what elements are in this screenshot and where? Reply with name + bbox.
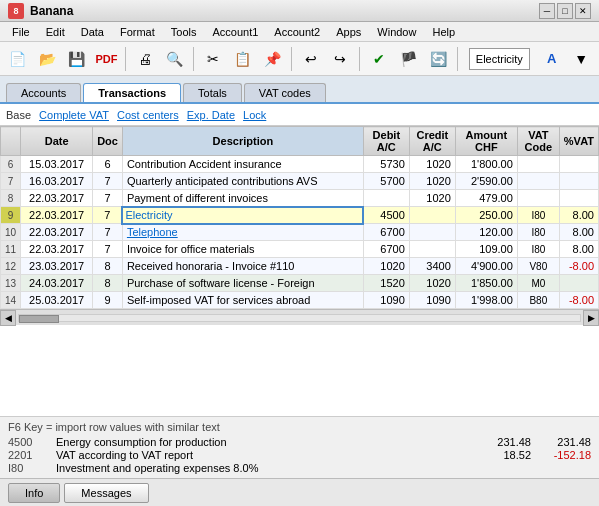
table-row[interactable]: 9 22.03.2017 7 Electricity 4500 250.00 I… bbox=[1, 207, 599, 224]
row-date[interactable]: 16.03.2017 bbox=[21, 173, 93, 190]
menu-format[interactable]: Format bbox=[112, 24, 163, 40]
row-credit[interactable]: 1020 bbox=[409, 275, 455, 292]
row-vat-code[interactable] bbox=[517, 173, 559, 190]
row-date[interactable]: 22.03.2017 bbox=[21, 224, 93, 241]
row-doc[interactable]: 7 bbox=[93, 190, 123, 207]
table-container[interactable]: Date Doc Description DebitA/C CreditA/C … bbox=[0, 126, 599, 416]
nav-exp-date[interactable]: Exp. Date bbox=[187, 109, 235, 121]
row-debit[interactable]: 1520 bbox=[363, 275, 409, 292]
row-doc[interactable]: 6 bbox=[93, 156, 123, 173]
row-amount[interactable]: 4'900.00 bbox=[455, 258, 517, 275]
menu-window[interactable]: Window bbox=[369, 24, 424, 40]
row-vat-code[interactable]: I80 bbox=[517, 241, 559, 258]
more-button[interactable]: ▼ bbox=[567, 45, 595, 73]
row-credit[interactable] bbox=[409, 241, 455, 258]
row-date[interactable]: 24.03.2017 bbox=[21, 275, 93, 292]
row-vat-code[interactable]: I80 bbox=[517, 207, 559, 224]
row-vat-pct[interactable]: -8.00 bbox=[559, 292, 598, 309]
row-vat-pct[interactable] bbox=[559, 156, 598, 173]
menu-account1[interactable]: Account1 bbox=[204, 24, 266, 40]
row-vat-code[interactable]: V80 bbox=[517, 258, 559, 275]
row-vat-pct[interactable]: 8.00 bbox=[559, 224, 598, 241]
menu-help[interactable]: Help bbox=[424, 24, 463, 40]
menu-data[interactable]: Data bbox=[73, 24, 112, 40]
row-debit[interactable]: 1090 bbox=[363, 292, 409, 309]
row-date[interactable]: 22.03.2017 bbox=[21, 207, 93, 224]
table-row[interactable]: 6 15.03.2017 6 Contribution Accident ins… bbox=[1, 156, 599, 173]
scroll-right-arrow[interactable]: ▶ bbox=[583, 310, 599, 326]
table-row[interactable]: 11 22.03.2017 7 Invoice for office mater… bbox=[1, 241, 599, 258]
row-amount[interactable]: 479.00 bbox=[455, 190, 517, 207]
row-credit[interactable] bbox=[409, 207, 455, 224]
menu-tools[interactable]: Tools bbox=[163, 24, 205, 40]
table-row[interactable]: 14 25.03.2017 9 Self-imposed VAT for ser… bbox=[1, 292, 599, 309]
row-date[interactable]: 25.03.2017 bbox=[21, 292, 93, 309]
restore-button[interactable]: □ bbox=[557, 3, 573, 19]
menu-apps[interactable]: Apps bbox=[328, 24, 369, 40]
menu-file[interactable]: File bbox=[4, 24, 38, 40]
info-button[interactable]: Info bbox=[8, 483, 60, 503]
row-debit[interactable]: 5730 bbox=[363, 156, 409, 173]
print-button[interactable]: 🖨 bbox=[131, 45, 159, 73]
row-desc[interactable]: Self-imposed VAT for services abroad bbox=[122, 292, 363, 309]
row-vat-code[interactable]: I80 bbox=[517, 224, 559, 241]
row-desc[interactable]: Payment of different invoices bbox=[122, 190, 363, 207]
row-doc[interactable]: 7 bbox=[93, 173, 123, 190]
row-vat-pct[interactable]: 8.00 bbox=[559, 241, 598, 258]
row-amount[interactable]: 2'590.00 bbox=[455, 173, 517, 190]
row-amount[interactable]: 120.00 bbox=[455, 224, 517, 241]
nav-lock[interactable]: Lock bbox=[243, 109, 266, 121]
row-debit[interactable] bbox=[363, 190, 409, 207]
tab-totals[interactable]: Totals bbox=[183, 83, 242, 102]
row-vat-code[interactable]: M0 bbox=[517, 275, 559, 292]
tab-accounts[interactable]: Accounts bbox=[6, 83, 81, 102]
horizontal-scrollbar[interactable]: ◀ ▶ bbox=[0, 309, 599, 325]
new-button[interactable]: 📄 bbox=[4, 45, 32, 73]
table-row[interactable]: 12 23.03.2017 8 Received honoraria - Inv… bbox=[1, 258, 599, 275]
menu-edit[interactable]: Edit bbox=[38, 24, 73, 40]
search-button[interactable]: 🔍 bbox=[161, 45, 189, 73]
row-doc[interactable]: 7 bbox=[93, 241, 123, 258]
row-vat-pct[interactable] bbox=[559, 190, 598, 207]
row-vat-pct[interactable]: -8.00 bbox=[559, 258, 598, 275]
check-button[interactable]: ✔ bbox=[365, 45, 393, 73]
row-date[interactable]: 22.03.2017 bbox=[21, 190, 93, 207]
minimize-button[interactable]: ─ bbox=[539, 3, 555, 19]
row-amount[interactable]: 1'850.00 bbox=[455, 275, 517, 292]
close-button[interactable]: ✕ bbox=[575, 3, 591, 19]
row-desc[interactable]: Electricity bbox=[122, 207, 363, 224]
row-amount[interactable]: 109.00 bbox=[455, 241, 517, 258]
messages-button[interactable]: Messages bbox=[64, 483, 148, 503]
row-vat-pct[interactable]: 8.00 bbox=[559, 207, 598, 224]
row-credit[interactable]: 1020 bbox=[409, 190, 455, 207]
row-doc[interactable]: 8 bbox=[93, 258, 123, 275]
scroll-track[interactable] bbox=[18, 314, 581, 322]
row-debit[interactable]: 4500 bbox=[363, 207, 409, 224]
table-row[interactable]: 7 16.03.2017 7 Quarterly anticipated con… bbox=[1, 173, 599, 190]
cut-button[interactable]: ✂ bbox=[199, 45, 227, 73]
row-credit[interactable]: 1020 bbox=[409, 156, 455, 173]
row-amount[interactable]: 1'800.00 bbox=[455, 156, 517, 173]
row-desc[interactable]: Received honoraria - Invoice #110 bbox=[122, 258, 363, 275]
row-credit[interactable]: 1020 bbox=[409, 173, 455, 190]
row-amount[interactable]: 1'998.00 bbox=[455, 292, 517, 309]
undo-button[interactable]: ↩ bbox=[297, 45, 325, 73]
row-desc[interactable]: Quarterly anticipated contributions AVS bbox=[122, 173, 363, 190]
paste-button[interactable]: 📌 bbox=[258, 45, 286, 73]
table-row[interactable]: 10 22.03.2017 7 Telephone 6700 120.00 I8… bbox=[1, 224, 599, 241]
open-button[interactable]: 📂 bbox=[34, 45, 62, 73]
refresh-button[interactable]: 🔄 bbox=[424, 45, 452, 73]
row-date[interactable]: 22.03.2017 bbox=[21, 241, 93, 258]
row-vat-pct[interactable] bbox=[559, 275, 598, 292]
scroll-left-arrow[interactable]: ◀ bbox=[0, 310, 16, 326]
table-row[interactable]: 8 22.03.2017 7 Payment of different invo… bbox=[1, 190, 599, 207]
row-amount[interactable]: 250.00 bbox=[455, 207, 517, 224]
row-doc[interactable]: 9 bbox=[93, 292, 123, 309]
row-desc[interactable]: Contribution Accident insurance bbox=[122, 156, 363, 173]
row-debit[interactable]: 5700 bbox=[363, 173, 409, 190]
copy-button[interactable]: 📋 bbox=[229, 45, 257, 73]
row-debit[interactable]: 6700 bbox=[363, 224, 409, 241]
row-credit[interactable]: 3400 bbox=[409, 258, 455, 275]
pdf-button[interactable]: PDF bbox=[93, 45, 121, 73]
row-date[interactable]: 15.03.2017 bbox=[21, 156, 93, 173]
